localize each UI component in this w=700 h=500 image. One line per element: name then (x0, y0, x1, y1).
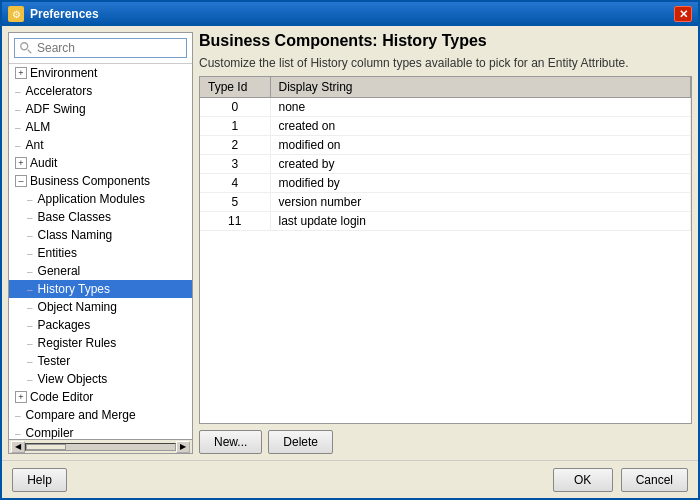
tree-label-register-rules: Register Rules (38, 336, 117, 350)
tree-label-accelerators: Accelerators (26, 84, 93, 98)
history-types-table: Type Id Display String 0none1created on2… (200, 77, 691, 231)
tree-item-adf-swing[interactable]: – ADF Swing (9, 100, 192, 118)
tree-item-entities[interactable]: – Entities (9, 244, 192, 262)
scroll-right-btn[interactable]: ▶ (176, 441, 190, 453)
title-bar-left: ⚙ Preferences (8, 6, 99, 22)
ok-button[interactable]: OK (553, 468, 613, 492)
tree-item-packages[interactable]: – Packages (9, 316, 192, 334)
search-bar (9, 33, 192, 64)
tree-label-entities: Entities (38, 246, 77, 260)
tree-item-environment[interactable]: + Environment (9, 64, 192, 82)
cell-display-string: last update login (270, 212, 691, 231)
table-row[interactable]: 2modified on (200, 136, 691, 155)
scroll-left-btn[interactable]: ◀ (11, 441, 25, 453)
tree-item-accelerators[interactable]: – Accelerators (9, 82, 192, 100)
tree-label-alm: ALM (26, 120, 51, 134)
close-button[interactable]: ✕ (674, 6, 692, 22)
scroll-thumb[interactable] (26, 444, 66, 450)
cell-display-string: modified on (270, 136, 691, 155)
cell-type-id: 11 (200, 212, 270, 231)
tree-item-history-types[interactable]: – History Types (9, 280, 192, 298)
cell-display-string: none (270, 98, 691, 117)
tree-item-class-naming[interactable]: – Class Naming (9, 226, 192, 244)
table-row[interactable]: 11last update login (200, 212, 691, 231)
search-wrapper[interactable] (14, 38, 187, 58)
search-input[interactable] (37, 41, 182, 55)
table-row[interactable]: 0none (200, 98, 691, 117)
cancel-button[interactable]: Cancel (621, 468, 688, 492)
tree-item-general[interactable]: – General (9, 262, 192, 280)
svg-point-0 (21, 43, 28, 50)
tree-label-class-naming: Class Naming (38, 228, 113, 242)
title-bar: ⚙ Preferences ✕ (2, 2, 698, 26)
tree-panel: + Environment – Accelerators – ADF Swing… (8, 32, 193, 454)
tree-label-packages: Packages (38, 318, 91, 332)
col-header-type-id: Type Id (200, 77, 270, 98)
cell-type-id: 2 (200, 136, 270, 155)
tree-label-view-objects: View Objects (38, 372, 108, 386)
window-title: Preferences (30, 7, 99, 21)
tree-item-compiler[interactable]: – Compiler (9, 424, 192, 439)
footer-right: OK Cancel (553, 468, 688, 492)
table-row[interactable]: 4modified by (200, 174, 691, 193)
table-row[interactable]: 3created by (200, 155, 691, 174)
tree-label-general: General (38, 264, 81, 278)
cell-type-id: 3 (200, 155, 270, 174)
help-button[interactable]: Help (12, 468, 67, 492)
table-row[interactable]: 1created on (200, 117, 691, 136)
tree-item-audit[interactable]: + Audit (9, 154, 192, 172)
svg-line-1 (28, 50, 32, 54)
scroll-track[interactable] (25, 443, 176, 451)
col-header-display-string: Display String (270, 77, 691, 98)
new-button[interactable]: New... (199, 430, 262, 454)
horizontal-scrollbar[interactable]: ◀ ▶ (9, 439, 192, 453)
tree-label-history-types: History Types (38, 282, 110, 296)
bottom-buttons: New... Delete (199, 430, 692, 454)
tree-label-ant: Ant (26, 138, 44, 152)
cell-display-string: created on (270, 117, 691, 136)
tree-item-base-classes[interactable]: – Base Classes (9, 208, 192, 226)
tree-item-view-objects[interactable]: – View Objects (9, 370, 192, 388)
tree-label-business-components: Business Components (30, 174, 150, 188)
tree-item-tester[interactable]: – Tester (9, 352, 192, 370)
dialog-footer: Help OK Cancel (2, 460, 698, 498)
tree-label-compare-merge: Compare and Merge (26, 408, 136, 422)
expand-environment[interactable]: + (15, 67, 27, 79)
tree-label-code-editor: Code Editor (30, 390, 93, 404)
delete-button[interactable]: Delete (268, 430, 333, 454)
tree-label-environment: Environment (30, 66, 97, 80)
cell-display-string: modified by (270, 174, 691, 193)
tree-item-ant[interactable]: – Ant (9, 136, 192, 154)
tree-item-code-editor[interactable]: + Code Editor (9, 388, 192, 406)
right-panel: Business Components: History Types Custo… (199, 32, 692, 454)
tree-label-base-classes: Base Classes (38, 210, 111, 224)
cell-type-id: 4 (200, 174, 270, 193)
tree-item-alm[interactable]: – ALM (9, 118, 192, 136)
tree-label-compiler: Compiler (26, 426, 74, 439)
tree-label-application-modules: Application Modules (38, 192, 145, 206)
panel-description: Customize the list of History column typ… (199, 56, 692, 70)
expand-audit[interactable]: + (15, 157, 27, 169)
cell-display-string: created by (270, 155, 691, 174)
tree-item-compare-merge[interactable]: – Compare and Merge (9, 406, 192, 424)
table-row[interactable]: 5version number (200, 193, 691, 212)
expand-code-editor[interactable]: + (15, 391, 27, 403)
tree-label-adf-swing: ADF Swing (26, 102, 86, 116)
window-icon: ⚙ (8, 6, 24, 22)
panel-title: Business Components: History Types (199, 32, 692, 50)
cell-type-id: 5 (200, 193, 270, 212)
tree-item-object-naming[interactable]: – Object Naming (9, 298, 192, 316)
tree-item-application-modules[interactable]: – Application Modules (9, 190, 192, 208)
tree-label-tester: Tester (38, 354, 71, 368)
cell-type-id: 1 (200, 117, 270, 136)
cell-type-id: 0 (200, 98, 270, 117)
search-icon (19, 41, 33, 55)
preferences-window: ⚙ Preferences ✕ + Environme (0, 0, 700, 500)
cell-display-string: version number (270, 193, 691, 212)
tree-label-audit: Audit (30, 156, 57, 170)
expand-business-components[interactable]: – (15, 175, 27, 187)
tree-item-register-rules[interactable]: – Register Rules (9, 334, 192, 352)
tree-area[interactable]: + Environment – Accelerators – ADF Swing… (9, 64, 192, 439)
tree-item-business-components[interactable]: – Business Components (9, 172, 192, 190)
table-container: Type Id Display String 0none1created on2… (199, 76, 692, 424)
